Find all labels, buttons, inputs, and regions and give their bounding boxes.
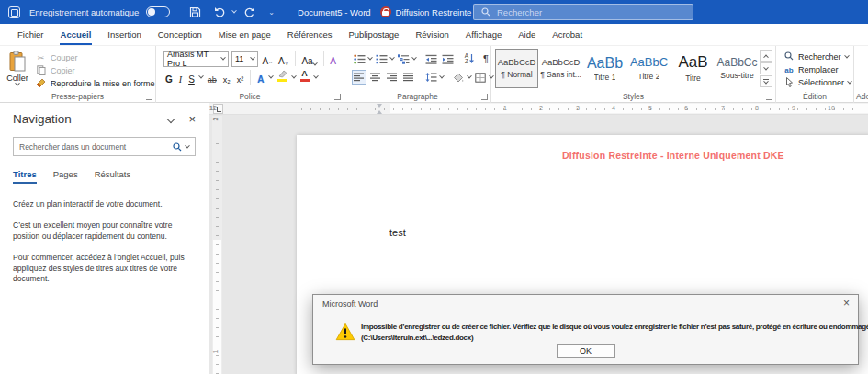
dialog-close-icon[interactable]: ×: [843, 298, 850, 309]
style-titre-2[interactable]: AaBbC Titre 2: [627, 49, 671, 88]
tab-references[interactable]: Références: [279, 25, 341, 44]
navigation-search-dropdown-icon[interactable]: [185, 142, 190, 148]
grow-font-button[interactable]: A^: [261, 51, 275, 66]
multilevel-dropdown-icon[interactable]: [411, 55, 417, 61]
font-family-select[interactable]: Amasis MT Pro L: [163, 51, 229, 67]
nav-tab-resultats[interactable]: Résultats: [95, 169, 131, 179]
styles-dialog-launcher-icon[interactable]: [766, 94, 772, 100]
undo-dropdown-icon[interactable]: [232, 8, 238, 14]
superscript-button[interactable]: x²: [235, 70, 246, 85]
police-dialog-launcher-icon[interactable]: [334, 94, 341, 100]
increase-indent-button[interactable]: [440, 51, 455, 66]
navigation-chevron-down-icon[interactable]: [167, 115, 175, 122]
borders-button[interactable]: [473, 70, 488, 85]
font-color-dropdown-icon[interactable]: [313, 74, 319, 79]
quick-access-customize-icon[interactable]: ⌄: [268, 8, 274, 17]
horizontal-ruler[interactable]: 1 2 3 4 5 6 7 8 9 10 11 12: [209, 103, 868, 115]
style-titre-1[interactable]: AaBb Titre 1: [583, 49, 626, 88]
font-size-select[interactable]: 11: [231, 51, 258, 67]
document-body-text[interactable]: test: [389, 227, 406, 238]
style-sous-titre[interactable]: AaBbCc Sous-titre: [716, 49, 759, 88]
undo-icon[interactable]: [213, 6, 227, 19]
numbering-button[interactable]: [374, 51, 389, 66]
tab-aide[interactable]: Aide: [510, 25, 544, 44]
save-icon[interactable]: [188, 6, 202, 19]
text-effects-dropdown-icon[interactable]: [268, 74, 274, 79]
bullets-button[interactable]: [352, 51, 366, 66]
paste-button[interactable]: Coller: [0, 49, 35, 90]
align-center-button[interactable]: [368, 70, 383, 85]
find-button[interactable]: Rechercher: [783, 51, 853, 63]
tab-affichage[interactable]: Affichage: [457, 25, 510, 44]
copy-button[interactable]: Copier: [35, 64, 155, 77]
replace-button[interactable]: ab Remplacer: [783, 63, 853, 76]
highlight-dropdown-icon[interactable]: [291, 74, 297, 79]
tab-mise-en-page[interactable]: Mise en page: [210, 25, 279, 44]
shading-button[interactable]: [451, 70, 466, 85]
autosave-toggle[interactable]: [146, 6, 170, 17]
align-right-button[interactable]: [385, 70, 400, 85]
paragraphe-dialog-launcher-icon[interactable]: [481, 94, 488, 100]
tab-fichier[interactable]: Fichier: [9, 25, 52, 44]
decrease-indent-button[interactable]: [423, 51, 438, 66]
subscript-button[interactable]: x₂: [221, 70, 232, 85]
justify-button[interactable]: [401, 70, 416, 85]
strikethrough-button[interactable]: ab: [206, 70, 219, 85]
styles-scroll-down-button[interactable]: [760, 62, 772, 74]
tab-accueil[interactable]: Accueil: [52, 25, 100, 44]
select-button[interactable]: Sélectionner: [783, 76, 853, 89]
search-input[interactable]: [497, 7, 685, 17]
styles-gallery-more-button[interactable]: [760, 75, 772, 87]
sort-arrow-icon: [469, 54, 474, 63]
ok-button[interactable]: OK: [557, 344, 615, 358]
search-box[interactable]: [473, 4, 693, 20]
tab-insertion[interactable]: Insertion: [99, 25, 149, 44]
tab-revision[interactable]: Révision: [407, 25, 457, 44]
bold-button[interactable]: G: [163, 70, 175, 85]
nav-tab-titres[interactable]: Titres: [13, 169, 37, 179]
decrease-indent-icon: [425, 54, 437, 64]
underline-button[interactable]: S: [186, 70, 197, 85]
presse-papiers-dialog-launcher-icon[interactable]: [146, 94, 152, 100]
select-dropdown-icon[interactable]: [847, 79, 852, 85]
dialog-message-line1: Impossible d’enregistrer ou de créer ce …: [361, 322, 854, 333]
navigation-search-icon[interactable]: [173, 142, 182, 152]
align-center-icon: [370, 73, 381, 82]
line-spacing-dropdown-icon[interactable]: [439, 74, 445, 79]
tab-acrobat[interactable]: Acrobat: [544, 25, 591, 44]
multilevel-list-button[interactable]: [396, 51, 411, 66]
indent-marker[interactable]: [376, 104, 384, 114]
style-titre[interactable]: AaB Titre: [671, 49, 715, 88]
shrink-font-button[interactable]: Av: [276, 51, 290, 66]
change-case-button[interactable]: Aa: [299, 51, 318, 66]
line-spacing-button[interactable]: [423, 70, 438, 85]
redo-icon[interactable]: [242, 6, 255, 19]
underline-dropdown-icon[interactable]: [198, 74, 204, 79]
format-painter-button[interactable]: Reproduire la mise en forme: [35, 77, 155, 90]
bullets-dropdown-icon[interactable]: [367, 55, 373, 61]
nav-tab-pages[interactable]: Pages: [53, 169, 78, 179]
style-sans-interligne[interactable]: AaBbCcD ¶ Sans int...: [539, 49, 582, 88]
shading-dropdown-icon[interactable]: [467, 74, 472, 79]
style-normal[interactable]: AaBbCcD ¶ Normal: [495, 49, 538, 88]
highlighter-icon: [277, 70, 287, 78]
align-left-button[interactable]: [352, 70, 366, 85]
tab-publipostage[interactable]: Publipostage: [340, 25, 407, 44]
vertical-ruler[interactable]: 1 2 3: [212, 116, 222, 374]
numbering-dropdown-icon[interactable]: [389, 55, 395, 61]
cut-button[interactable]: ✂ Couper: [35, 51, 155, 64]
navigation-title: Navigation: [13, 112, 168, 126]
italic-button[interactable]: I: [177, 70, 184, 85]
tab-conception[interactable]: Conception: [150, 25, 210, 44]
navigation-close-icon[interactable]: ×: [188, 113, 196, 125]
clear-formatting-button[interactable]: A: [328, 51, 338, 66]
sensitivity-label[interactable]: Diffusion Restreinte: [396, 7, 472, 17]
navigation-search-input[interactable]: [19, 142, 173, 152]
styles-scroll-up-button[interactable]: [760, 50, 772, 62]
sort-button[interactable]: AZ: [462, 51, 477, 66]
text-effects-button[interactable]: A: [255, 70, 265, 85]
highlight-button[interactable]: [276, 70, 289, 85]
find-dropdown-icon[interactable]: [844, 53, 850, 59]
navigation-search-box[interactable]: [13, 137, 196, 156]
font-color-button[interactable]: A: [299, 70, 311, 85]
